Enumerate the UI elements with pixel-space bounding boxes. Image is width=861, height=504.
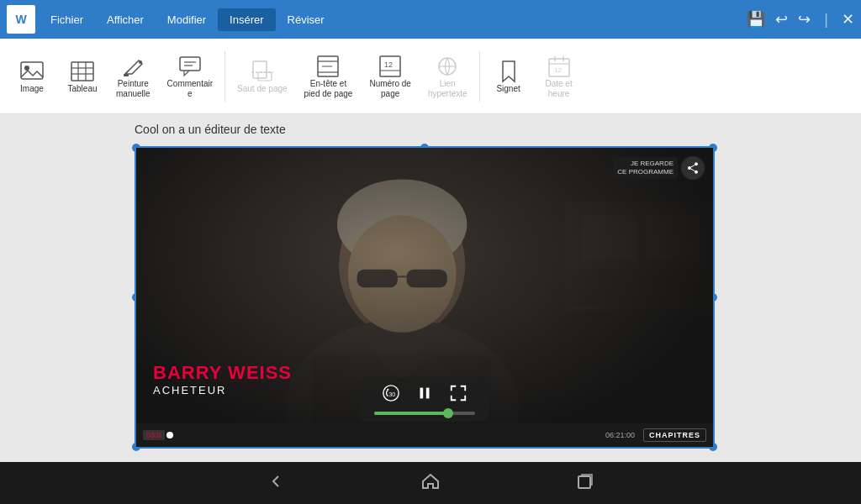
toolbar-commentaire[interactable]: Commentair e [159, 45, 221, 108]
close-button[interactable]: ✕ [842, 10, 854, 29]
peinture-label: Peinture manuelle [116, 79, 151, 99]
controls-row: 30 [382, 384, 467, 407]
toolbar-image[interactable]: Image [7, 45, 57, 108]
calendar-icon: 12 [547, 54, 572, 79]
svg-point-43 [695, 162, 698, 165]
video-controls[interactable]: 30 [361, 377, 489, 422]
editor-hint: Cool on a un éditeur de texte [135, 123, 286, 136]
toolbar: Image Tableau Peinture manuelle Comme [0, 39, 861, 114]
nav-bar [0, 462, 861, 504]
timeline-dot [166, 432, 173, 438]
share-label: JE REGARDE CE PROGRAMME [613, 157, 678, 180]
toolbar-entete[interactable]: En-tête et pied de page [296, 45, 362, 108]
back-button[interactable] [266, 471, 286, 496]
menu-afficher[interactable]: Afficher [95, 8, 156, 31]
toolbar-date: 12 Date et heure [534, 45, 584, 108]
menu-items: Fichier Afficher Modifier Insérer Révise… [39, 8, 747, 31]
svg-text:12: 12 [554, 66, 562, 74]
video-container[interactable]: JE REGARDE CE PROGRAMME BARRY WEISS ACHE… [135, 146, 715, 449]
menu-modifier[interactable]: Modifier [156, 8, 218, 31]
comment-icon [177, 54, 203, 79]
recents-button[interactable] [575, 471, 595, 496]
image-icon [19, 59, 45, 84]
svg-point-8 [139, 60, 142, 64]
save-button[interactable]: 💾 [747, 10, 765, 29]
separator: | [824, 11, 828, 29]
link-icon [435, 54, 460, 79]
toolbar-tableau[interactable]: Tableau [57, 45, 108, 108]
menu-fichier[interactable]: Fichier [39, 8, 95, 31]
svg-rect-9 [124, 74, 129, 76]
toolbar-lien: Lien hypertexte [420, 45, 476, 108]
chapters-button[interactable]: CHAPITRES [643, 428, 706, 442]
svg-point-1 [24, 66, 29, 71]
toolbar-signet[interactable]: Signet [483, 45, 534, 108]
lien-label: Lien hypertexte [428, 79, 467, 99]
svg-rect-51 [426, 388, 430, 399]
image-label: Image [20, 84, 44, 94]
entete-label: En-tête et pied de page [304, 79, 353, 99]
timeline-bar: 03:0 06:21:00 CHAPITRES [136, 423, 713, 447]
svg-point-45 [695, 171, 698, 174]
pause-button[interactable] [415, 384, 434, 407]
bookmark-icon [496, 59, 521, 84]
person-info: BARRY WEISS ACHETEUR [153, 362, 292, 396]
toolbar-numero[interactable]: 12 Numéro de page [361, 45, 419, 108]
date-label: Date et heure [545, 79, 572, 99]
rewind-button[interactable]: 30 [382, 384, 400, 407]
svg-text:12: 12 [384, 60, 393, 69]
svg-rect-13 [253, 61, 267, 78]
toolbar-divider-2 [479, 51, 480, 102]
svg-rect-15 [258, 72, 272, 81]
svg-point-44 [688, 166, 691, 170]
person-role: ACHETEUR [153, 384, 292, 396]
saut-label: Saut de page [237, 84, 288, 94]
toolbar-saut: Saut de page [229, 45, 296, 108]
time-start: 03:0 [143, 430, 165, 440]
svg-line-47 [691, 165, 695, 167]
svg-rect-2 [71, 62, 93, 81]
menu-reviser[interactable]: Réviser [276, 8, 336, 31]
app-logo: W [7, 5, 35, 34]
share-icon[interactable] [681, 156, 705, 180]
tableau-label: Tableau [67, 84, 97, 94]
svg-rect-0 [21, 62, 43, 79]
svg-line-46 [691, 169, 695, 171]
person-name: BARRY WEISS [153, 362, 292, 384]
share-button-area[interactable]: JE REGARDE CE PROGRAMME [613, 156, 705, 180]
toolbar-divider-1 [224, 51, 225, 102]
progress-bar[interactable] [374, 412, 475, 415]
redo-button[interactable]: ↪ [798, 10, 811, 29]
signet-label: Signet [496, 84, 520, 94]
page-break-icon [250, 59, 275, 84]
svg-rect-50 [420, 388, 424, 399]
time-end: 06:21:00 [605, 431, 635, 439]
content-area: Cool on a un éditeur de texte [0, 114, 861, 462]
progress-fill [374, 412, 445, 415]
title-bar: W Fichier Afficher Modifier Insérer Révi… [0, 0, 861, 39]
undo-button[interactable]: ↩ [775, 10, 788, 29]
menu-inserer[interactable]: Insérer [218, 8, 275, 31]
fullscreen-button[interactable] [449, 384, 467, 407]
paint-icon [120, 54, 145, 79]
number-icon: 12 [378, 54, 403, 79]
toolbar-peinture[interactable]: Peinture manuelle [108, 45, 159, 108]
numero-label: Numéro de page [369, 79, 410, 99]
svg-rect-10 [180, 57, 200, 71]
title-actions: 💾 ↩ ↪ | ✕ [747, 10, 854, 29]
video-background: JE REGARDE CE PROGRAMME BARRY WEISS ACHE… [136, 148, 713, 447]
commentaire-label: Commentair e [167, 79, 213, 99]
home-button[interactable] [420, 471, 441, 496]
header-icon [315, 54, 341, 79]
table-icon [70, 59, 95, 84]
svg-text:30: 30 [388, 391, 395, 398]
progress-thumb[interactable] [443, 408, 453, 418]
svg-rect-52 [578, 476, 590, 488]
